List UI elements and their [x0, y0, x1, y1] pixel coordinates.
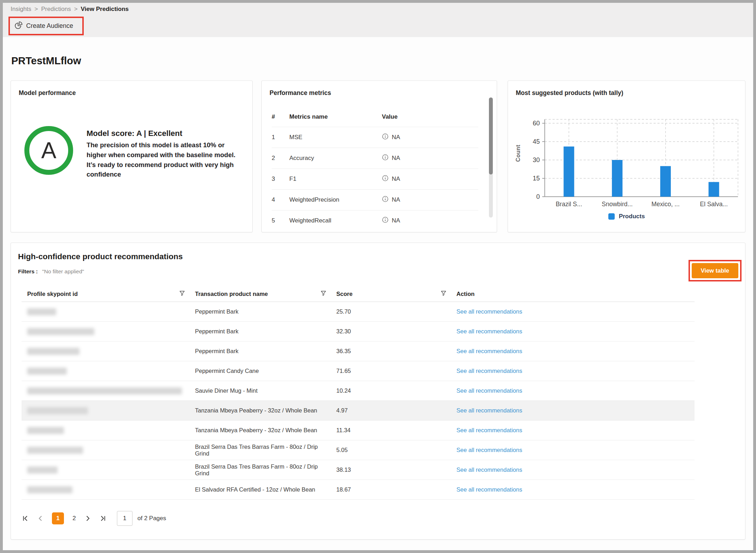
bar-1[interactable] — [563, 147, 574, 197]
filters-value: "No filter applied" — [42, 268, 84, 274]
cell-transaction-product-name: El Salvador RFA Certified - 12oz / Whole… — [189, 486, 331, 493]
cell-profile-skypoint-id — [22, 407, 189, 414]
metrics-scrollbar-track[interactable] — [489, 97, 493, 218]
page-number-input[interactable] — [117, 511, 132, 526]
see-all-recommendations-link[interactable]: See all recommendations — [456, 308, 522, 315]
header-action: Action — [451, 291, 695, 297]
product-name-text: El Salvador RFA Certified - 12oz / Whole… — [195, 486, 315, 493]
product-name-text: Peppermint Bark — [195, 348, 238, 355]
bar-2[interactable] — [612, 160, 622, 197]
metrics-row: 5WeightedRecallNA — [272, 210, 478, 231]
metrics-row-number: 3 — [272, 176, 289, 183]
see-all-recommendations-link[interactable]: See all recommendations — [456, 368, 522, 374]
filter-funnel-icon[interactable] — [441, 290, 447, 298]
table-row: Peppermint Bark32.30See all recommendati… — [22, 322, 695, 341]
see-all-recommendations-link[interactable]: See all recommendations — [456, 486, 522, 493]
header-score: Score — [331, 290, 451, 298]
cell-profile-skypoint-id — [22, 348, 189, 355]
metrics-row-number: 2 — [272, 155, 289, 162]
breadcrumb-separator: > — [74, 6, 78, 13]
cell-action: See all recommendations — [451, 427, 695, 434]
breadcrumb-item-view-predictions: View Predictions — [81, 6, 129, 13]
x-tick-label: Snowbird... — [602, 201, 633, 208]
see-all-recommendations-link[interactable]: See all recommendations — [456, 348, 522, 354]
header-profile-skypoint-id: Profile skypoint id — [22, 290, 189, 298]
table-row: Sauvie Diner Mug - Mint10.24See all reco… — [22, 381, 695, 401]
breadcrumb-item-insights[interactable]: Insights — [11, 6, 31, 13]
score-text: 5.05 — [336, 447, 348, 453]
breadcrumb-separator: > — [35, 6, 38, 13]
product-name-text: Tanzania Mbeya Peaberry - 32oz / Whole B… — [195, 427, 317, 434]
metrics-row-number: 4 — [272, 196, 289, 203]
score-text: 11.34 — [336, 427, 350, 434]
see-all-recommendations-link[interactable]: See all recommendations — [456, 328, 522, 334]
cell-transaction-product-name: Peppermint Candy Cane — [189, 368, 331, 374]
score-text: 10.24 — [336, 387, 351, 394]
create-audience-button[interactable]: Create Audience — [10, 18, 82, 34]
chart-title: Most suggested products (with tally) — [516, 89, 623, 97]
bar-chart: 015304560Brazil S...Snowbird...Mexico, .… — [511, 108, 744, 214]
metrics-col-name: Metrics name — [289, 113, 382, 120]
cell-score: 71.65 — [331, 368, 451, 374]
see-all-recommendations-link[interactable]: See all recommendations — [456, 466, 522, 473]
see-all-recommendations-link[interactable]: See all recommendations — [456, 427, 522, 433]
redacted-profile-id — [27, 466, 58, 474]
card-title: Performance metrics — [270, 89, 331, 97]
next-page-button[interactable] — [84, 515, 91, 522]
see-all-recommendations-link[interactable]: See all recommendations — [456, 447, 522, 453]
most-suggested-products-card: Most suggested products (with tally) 015… — [508, 81, 745, 232]
cell-profile-skypoint-id — [22, 447, 189, 454]
filter-funnel-icon[interactable] — [320, 290, 326, 298]
see-all-recommendations-link[interactable]: See all recommendations — [456, 407, 522, 414]
cell-profile-skypoint-id — [22, 328, 189, 335]
cell-score: 11.34 — [331, 427, 451, 434]
cell-transaction-product-name: Brazil Serra Das Tres Barras Farm - 80oz… — [189, 444, 331, 457]
page-title: PRTestMLflow — [11, 55, 81, 67]
breadcrumb: Insights>Predictions>View Predictions — [11, 6, 129, 13]
metrics-row-value: NA — [382, 154, 400, 162]
bar-4[interactable] — [709, 182, 719, 197]
recommendations-title: High-confidence product recommendations — [18, 252, 183, 261]
cell-action: See all recommendations — [451, 368, 695, 374]
cell-action: See all recommendations — [451, 387, 695, 394]
cell-profile-skypoint-id — [22, 308, 189, 315]
product-name-text: Sauvie Diner Mug - Mint — [195, 387, 258, 394]
cell-score: 25.70 — [331, 308, 451, 315]
see-all-recommendations-link[interactable]: See all recommendations — [456, 387, 522, 394]
table-row: Tanzania Mbeya Peaberry - 32oz / Whole B… — [22, 401, 695, 421]
metrics-table-header: # Metrics name Value — [272, 113, 478, 120]
last-page-button[interactable] — [99, 515, 107, 522]
info-icon[interactable] — [382, 154, 389, 162]
page-number-1[interactable]: 1 — [52, 512, 64, 524]
filter-funnel-icon[interactable] — [179, 290, 185, 298]
info-icon[interactable] — [382, 175, 389, 183]
product-name-text: Tanzania Mbeya Peaberry - 32oz / Whole B… — [195, 407, 317, 414]
metrics-row-name: Accuracy — [289, 155, 382, 162]
info-icon[interactable] — [382, 216, 389, 225]
info-icon[interactable] — [382, 133, 389, 142]
recommendations-table: Profile skypoint id Transaction product … — [22, 286, 695, 500]
redacted-profile-id — [27, 447, 83, 454]
cell-profile-skypoint-id — [22, 466, 189, 474]
metrics-row-value: NA — [382, 133, 400, 142]
performance-metrics-card: Performance metrics # Metrics name Value… — [261, 81, 497, 232]
previous-page-button[interactable] — [37, 515, 45, 522]
top-toolbar: Insights>Predictions>View Predictions Cr… — [3, 3, 753, 37]
metrics-row-name: WeightedRecall — [289, 217, 382, 224]
pie-chart-icon — [14, 21, 23, 31]
product-name-text: Peppermint Bark — [195, 328, 238, 335]
page-count-label: of 2 Pages — [137, 515, 166, 522]
cell-transaction-product-name: Brazil Serra Das Tres Barras Farm - 80oz… — [189, 463, 331, 477]
page-number-2[interactable]: 2 — [70, 515, 78, 522]
bar-3[interactable] — [660, 166, 671, 197]
pagination: 12 of 2 Pages — [22, 511, 166, 526]
first-page-button[interactable] — [22, 515, 29, 522]
metrics-table-body: 1MSENA2AccuracyNA3F1NA4WeightedPrecision… — [272, 127, 478, 231]
redacted-profile-id — [27, 368, 67, 375]
breadcrumb-item-predictions[interactable]: Predictions — [41, 6, 71, 13]
chart-legend[interactable]: Products — [508, 213, 745, 220]
create-audience-label: Create Audience — [26, 22, 73, 30]
info-icon[interactable] — [382, 196, 389, 204]
view-table-button[interactable]: View table — [692, 263, 738, 278]
metrics-scrollbar-thumb[interactable] — [489, 97, 493, 174]
